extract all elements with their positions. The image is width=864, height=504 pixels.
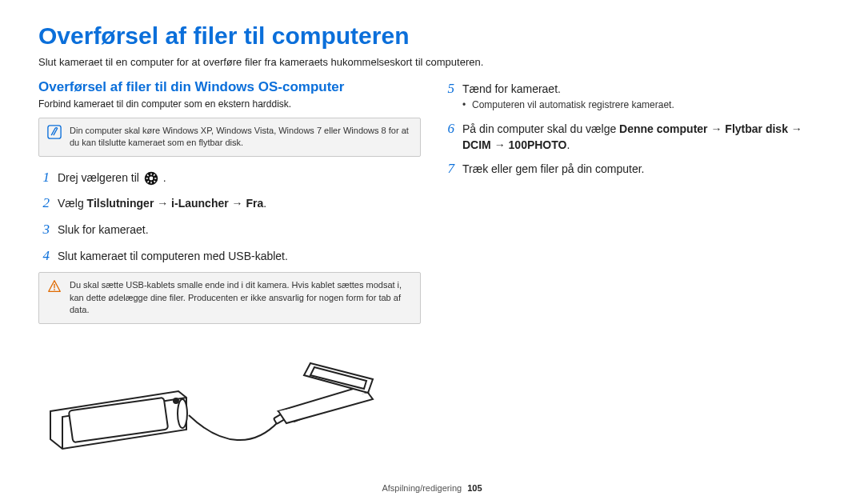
step-body: Tænd for kameraet. Computeren vil automa… <box>462 81 826 113</box>
bold-path: 100PHOTO <box>509 138 567 151</box>
arrow: → <box>788 122 802 135</box>
page-title: Overførsel af filer til computeren <box>38 22 826 50</box>
step-body: Drej vælgeren til . <box>58 170 421 186</box>
page-number: 105 <box>467 483 482 493</box>
warning-callout: Du skal sætte USB-kablets smalle ende in… <box>38 272 421 323</box>
manual-page: Overførsel af filer til computeren Slut … <box>0 0 864 504</box>
svg-rect-5 <box>146 178 147 179</box>
section-subtext: Forbind kameraet til din computer som en… <box>38 98 421 110</box>
step-body: Træk eller gem filer på din computer. <box>462 161 826 177</box>
info-icon <box>47 125 62 139</box>
section-heading: Overførsel af filer til din Windows OS-c… <box>38 79 421 95</box>
sub-bullet-list: Computeren vil automatisk registrere kam… <box>462 98 826 112</box>
page-footer: Afspilning/redigering 105 <box>0 483 864 493</box>
warning-text: Du skal sætte USB-kablets smalle ende in… <box>70 279 412 316</box>
step-text: Drej vælgeren til <box>58 171 142 184</box>
step-number: 5 <box>443 79 454 99</box>
step-text: . <box>163 171 166 184</box>
step-number: 7 <box>443 159 454 179</box>
sub-bullet: Computeren vil automatisk registrere kam… <box>462 98 826 112</box>
svg-rect-0 <box>48 126 61 138</box>
info-text: Din computer skal køre Windows XP, Windo… <box>70 125 412 150</box>
step-number: 4 <box>38 246 50 266</box>
two-column-layout: Overførsel af filer til din Windows OS-c… <box>38 79 826 458</box>
bold-path: Flytbar disk <box>725 122 788 135</box>
step-3: 3 Sluk for kameraet. <box>38 220 421 240</box>
arrow: → <box>491 138 509 151</box>
step-2: 2 Vælg Tilslutninger → i-Launcher → Fra. <box>38 194 421 214</box>
svg-point-12 <box>54 289 55 290</box>
footer-section: Afspilning/redigering <box>382 483 462 493</box>
warning-icon <box>47 279 62 294</box>
gear-icon <box>144 171 158 186</box>
bold-path: Denne computer <box>619 122 707 135</box>
svg-rect-4 <box>150 182 152 183</box>
step-text: På din computer skal du vælge <box>462 122 619 135</box>
right-column: 5 Tænd for kameraet. Computeren vil auto… <box>443 79 826 458</box>
step-text: . <box>263 197 266 210</box>
step-number: 2 <box>38 194 50 214</box>
step-text: Tænd for kameraet. <box>462 82 561 95</box>
step-number: 1 <box>38 168 50 188</box>
arrow: → <box>708 122 726 135</box>
step-number: 3 <box>38 220 50 240</box>
step-1: 1 Drej vælgeren til . <box>38 168 421 188</box>
step-7: 7 Træk eller gem filer på din computer. <box>443 159 826 179</box>
step-body: På din computer skal du vælge Denne comp… <box>462 121 826 154</box>
step-body: Slut kameraet til computeren med USB-kab… <box>58 248 421 264</box>
svg-point-2 <box>149 177 153 181</box>
svg-point-15 <box>174 398 178 403</box>
svg-rect-3 <box>150 174 152 175</box>
svg-rect-6 <box>154 178 156 179</box>
bold-path: Fra <box>246 197 263 210</box>
bold-path: DCIM <box>462 138 491 151</box>
step-body: Sluk for kameraet. <box>58 222 421 238</box>
steps-list-left: 1 Drej vælgeren til . 2 Vælg Tilslutning… <box>38 168 421 266</box>
arrow: → <box>154 197 171 210</box>
svg-rect-13 <box>69 397 168 442</box>
step-6: 6 På din computer skal du vælge Denne co… <box>443 119 826 154</box>
info-callout: Din computer skal køre Windows XP, Windo… <box>38 118 421 157</box>
step-text: . <box>566 138 570 151</box>
step-text: Vælg <box>58 197 87 210</box>
illustration <box>38 335 421 458</box>
bold-path: Tilslutninger <box>87 197 154 210</box>
svg-point-14 <box>178 399 187 428</box>
step-body: Vælg Tilslutninger → i-Launcher → Fra. <box>58 195 421 211</box>
step-4: 4 Slut kameraet til computeren med USB-k… <box>38 246 421 266</box>
step-number: 6 <box>443 119 454 139</box>
arrow: → <box>229 197 246 210</box>
bold-path: i-Launcher <box>171 197 229 210</box>
intro-text: Slut kameraet til en computer for at ove… <box>38 56 826 68</box>
left-column: Overførsel af filer til din Windows OS-c… <box>38 79 421 458</box>
step-5: 5 Tænd for kameraet. Computeren vil auto… <box>443 79 826 113</box>
steps-list-right: 5 Tænd for kameraet. Computeren vil auto… <box>443 79 826 179</box>
